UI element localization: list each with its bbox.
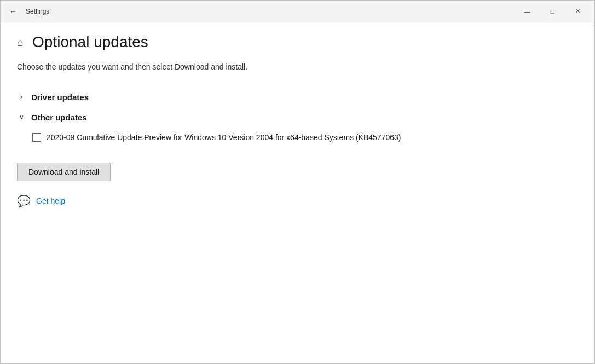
update-item: 2020-09 Cumulative Update Preview for Wi… [32,130,578,145]
driver-updates-section: › Driver updates [17,89,578,105]
close-button[interactable]: ✕ [565,3,590,20]
home-icon[interactable]: ⌂ [17,36,24,49]
other-updates-content: 2020-09 Cumulative Update Preview for Wi… [17,125,578,149]
get-help-link[interactable]: Get help [36,197,65,205]
page-header: ⌂ Optional updates [17,33,578,51]
driver-updates-header[interactable]: › Driver updates [17,89,578,105]
update-label: 2020-09 Cumulative Update Preview for Wi… [47,133,401,142]
back-button[interactable]: ← [5,3,21,20]
page-description: Choose the updates you want and then sel… [17,62,578,73]
other-updates-section: ∨ Other updates 2020-09 Cumulative Updat… [17,109,578,149]
help-icon: 💬 [17,194,31,207]
minimize-button[interactable]: — [515,3,540,20]
window-title: Settings [26,8,515,15]
maximize-button[interactable]: □ [540,3,565,20]
window-controls: — □ ✕ [515,3,590,20]
other-updates-header[interactable]: ∨ Other updates [17,109,578,125]
get-help-section: 💬 Get help [17,194,578,207]
back-arrow-icon: ← [9,7,17,16]
driver-updates-chevron: › [17,93,26,101]
title-bar: ← Settings — □ ✕ [1,1,594,22]
update-checkbox[interactable] [32,133,41,142]
driver-updates-title: Driver updates [31,93,89,102]
page-title: Optional updates [32,33,148,51]
other-updates-title: Other updates [31,113,87,122]
download-install-button[interactable]: Download and install [17,163,111,181]
settings-window: ← Settings — □ ✕ ⌂ Optional updates Choo… [0,0,595,364]
other-updates-chevron: ∨ [17,113,26,121]
page-content: ⌂ Optional updates Choose the updates yo… [1,22,594,363]
